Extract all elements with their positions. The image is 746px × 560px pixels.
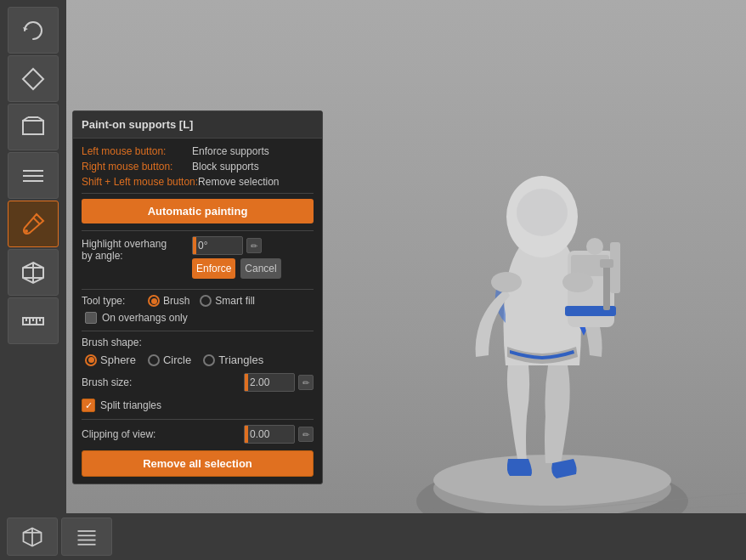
divider-4 [82, 331, 314, 331]
smart-fill-radio[interactable]: Smart fill [200, 295, 255, 307]
bottom-btn-cube[interactable] [7, 518, 58, 556]
toolbar-btn-paintbrush[interactable] [8, 201, 59, 247]
circle-radio-circle [148, 354, 160, 366]
brush-size-bar[interactable]: 2.00 [244, 373, 295, 392]
split-triangles-row[interactable]: ✓ Split triangles [82, 399, 314, 412]
angle-value: 0° [198, 240, 207, 252]
svg-point-4 [517, 189, 568, 236]
auto-paint-button[interactable]: Automatic painting [82, 199, 314, 223]
bottom-toolbar [0, 513, 746, 560]
panel-title: Paint-on supports [L] [73, 111, 322, 139]
brush-size-input-row: 2.00 ✏ [244, 373, 314, 392]
brush-label: Brush [163, 295, 189, 307]
bottom-btn-layers[interactable] [61, 518, 112, 556]
toolbar-btn-ruler[interactable] [8, 297, 59, 344]
svg-point-8 [586, 238, 603, 255]
by-angle-label: by angle: [82, 250, 123, 262]
on-overhangs-checkbox[interactable] [85, 312, 97, 324]
clipping-input-row: 0.00 ✏ [244, 425, 314, 444]
brush-size-row: Brush size: 2.00 ✏ [82, 373, 314, 392]
cancel-button[interactable]: Cancel [240, 258, 280, 279]
left-mouse-value: Enforce supports [192, 145, 269, 157]
remove-all-selection-button[interactable]: Remove all selection [82, 450, 314, 477]
right-mouse-label: Right mouse button: [82, 161, 192, 173]
triangles-label: Triangles [218, 354, 263, 366]
angle-edit-icon[interactable]: ✏ [246, 238, 262, 253]
circle-label: Circle [163, 354, 191, 366]
tool-type-row: Tool type: Brush Smart fill [82, 295, 314, 307]
angle-input-row: 0° ✏ [192, 236, 281, 255]
clipping-value: 0.00 [250, 428, 269, 440]
left-mouse-row: Left mouse button: Enforce supports [82, 145, 314, 157]
toolbar-btn-diamond[interactable] [8, 55, 59, 102]
enforce-button[interactable]: Enforce [192, 258, 235, 279]
brush-radio-circle [148, 295, 160, 307]
on-overhangs-row[interactable]: On overhangs only [82, 312, 314, 324]
on-overhangs-label: On overhangs only [102, 312, 188, 324]
circle-radio[interactable]: Circle [148, 354, 191, 366]
shift-label: Shift + Left mouse button: [82, 176, 198, 188]
split-triangles-checkbox[interactable]: ✓ [82, 399, 95, 412]
sphere-radio-circle [85, 354, 97, 366]
svg-marker-17 [23, 69, 43, 89]
highlight-label: Highlight overhang by angle: [82, 236, 192, 262]
tool-type-radio-group: Brush Smart fill [148, 295, 255, 307]
brush-radio[interactable]: Brush [148, 295, 189, 307]
brush-size-label: Brush size: [82, 376, 244, 388]
svg-point-13 [562, 272, 593, 292]
enforce-cancel-row: Enforce Cancel [192, 258, 281, 279]
clipping-label: Clipping of view: [82, 428, 244, 440]
svg-point-26 [25, 229, 28, 233]
overhang-controls: 0° ✏ Enforce Cancel [192, 236, 281, 284]
toolbar-btn-layers[interactable] [8, 152, 59, 199]
brush-shape-row: Sphere Circle Triangles [82, 354, 314, 366]
svg-rect-10 [603, 263, 610, 310]
clipping-row: Clipping of view: 0.00 ✏ [82, 425, 314, 444]
triangles-radio[interactable]: Triangles [203, 354, 263, 366]
tool-type-label: Tool type: [82, 295, 141, 307]
highlight-overhang-section: Highlight overhang by angle: 0° ✏ Enforc… [82, 236, 314, 284]
svg-line-25 [33, 218, 40, 224]
sphere-radio[interactable]: Sphere [85, 354, 136, 366]
toolbar-btn-cube[interactable] [8, 249, 59, 296]
brush-shape-label: Brush shape: [82, 337, 314, 348]
svg-point-12 [491, 272, 522, 292]
brush-size-value: 2.00 [250, 376, 269, 388]
split-triangles-label: Split triangles [100, 399, 161, 411]
left-toolbar [0, 0, 66, 560]
right-mouse-row: Right mouse button: Block supports [82, 161, 314, 173]
divider-5 [82, 419, 314, 420]
sphere-label: Sphere [100, 354, 136, 366]
highlight-text1: Highlight overhang [82, 238, 167, 250]
smart-fill-label: Smart fill [215, 295, 255, 307]
angle-value-bar[interactable]: 0° [192, 236, 243, 255]
paint-on-supports-panel: Paint-on supports [L] Left mouse button:… [72, 110, 323, 484]
toolbar-btn-rotate[interactable] [8, 7, 59, 54]
clipping-value-bar[interactable]: 0.00 [244, 425, 295, 444]
svg-rect-11 [600, 259, 613, 268]
shift-value: Remove selection [198, 176, 279, 188]
divider-1 [82, 193, 314, 194]
triangles-radio-circle [203, 354, 215, 366]
smart-fill-radio-circle [200, 295, 212, 307]
toolbar-btn-square[interactable] [8, 104, 59, 150]
left-mouse-label: Left mouse button: [82, 145, 192, 157]
svg-rect-18 [23, 121, 43, 134]
shift-mouse-row: Shift + Left mouse button: Remove select… [82, 176, 314, 188]
divider-3 [82, 289, 314, 290]
right-mouse-value: Block supports [192, 161, 259, 173]
divider-2 [82, 230, 314, 231]
brush-size-edit-icon[interactable]: ✏ [298, 375, 314, 390]
clipping-edit-icon[interactable]: ✏ [298, 427, 314, 442]
